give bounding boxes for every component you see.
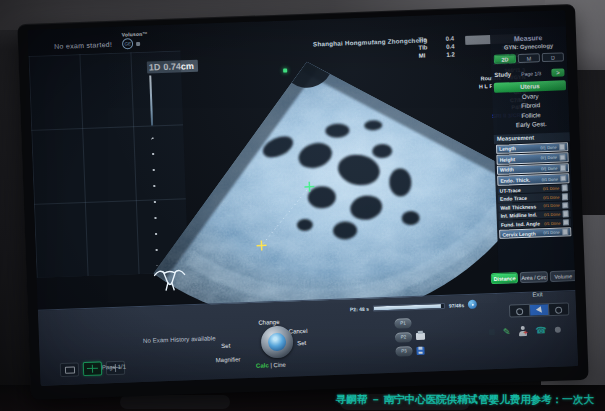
measure-panel: Measure GYN: Gynecology 2DMD Study Page … [490, 26, 577, 341]
cursor-tool-segment[interactable] [530, 304, 550, 316]
measurement-status: 0/1 Done [544, 212, 560, 218]
measurement-label: Fund. Ind. Angle [501, 220, 540, 227]
cine-label: | Cine [269, 362, 286, 369]
panel-title: Measure [490, 26, 566, 43]
measurement-label: UT-Trace [500, 187, 521, 194]
measurement-status: 0/1 Done [544, 220, 560, 226]
ultrasound-screen: No exam started! Voluson™ GE 1D 0.74cm S… [28, 10, 579, 385]
trackball-magnifier-label[interactable]: Magnifier [216, 356, 241, 363]
trackball-help-widget: Change Cancel Set Set Magnifier Calc | C… [220, 303, 328, 377]
ultrasound-monitor: No exam started! Voluson™ GE 1D 0.74cm S… [17, 4, 588, 400]
circle-icon [555, 307, 562, 314]
measurement-status: 0/1 Done [541, 166, 557, 172]
measurement-label: Height [499, 156, 515, 163]
measurement-label: Width [500, 167, 514, 174]
cine-counter-value: 97/48s [449, 302, 465, 309]
study-list: UterusOvaryFibroidFollicleEarly Gest. [492, 80, 570, 130]
tab-d[interactable]: D [542, 52, 564, 62]
measurement-label: Endo Trace [500, 195, 527, 202]
tab-2d[interactable]: 2D [494, 54, 516, 64]
trackball-change-label[interactable]: Change [258, 319, 279, 326]
distance-button[interactable]: Distance [491, 272, 519, 284]
study-page-indicator: Page 1/3 [511, 69, 552, 76]
uterus-body-marker-icon [152, 265, 187, 292]
measurement-checkbox[interactable] [562, 202, 569, 209]
measurement-checkbox[interactable] [562, 210, 569, 217]
measurement-label: Endo. Thick. [500, 177, 530, 184]
no-exam-status: No exam started! [54, 41, 112, 50]
measurement-status: 0/1 Done [543, 203, 559, 209]
ring-tool-segment[interactable] [510, 305, 530, 317]
pkey-p3[interactable]: P3 [395, 346, 412, 357]
quad-view-icon[interactable] [83, 361, 103, 376]
measurement-list: Length0/1 DoneHeight0/1 DoneWidth0/1 Don… [494, 142, 573, 240]
measurement-status: 0/1 Done [541, 155, 557, 161]
cine-play-button[interactable] [468, 300, 477, 309]
pkey-row: P2 [395, 331, 425, 343]
measurement-checkbox[interactable] [561, 185, 568, 192]
exit-button[interactable]: Exit [499, 289, 575, 299]
measurement-checkbox[interactable] [559, 154, 566, 161]
volume-button[interactable]: Volume [549, 270, 577, 282]
measurement-label: Int. Midline Ind. [501, 212, 538, 219]
cine-time-label: P2: 48 s [350, 305, 369, 312]
video-caption: 寻嗣帮 － 南宁中心医院供精试管婴儿费用参考：一次大 [336, 393, 594, 407]
trackball-set-right-label[interactable]: Set [297, 340, 306, 346]
pkey-row: P3 [395, 345, 425, 357]
measurement-status: 0/1 Done [543, 230, 559, 236]
cine-progress-track[interactable] [373, 302, 445, 311]
measurement-label: Cervix Length [502, 230, 536, 237]
measurement-status: 0/1 Done [540, 144, 556, 150]
pkeys: P1P2P3 [394, 317, 425, 357]
tool-chip-icon [489, 329, 495, 335]
measurement-label: Length [499, 145, 516, 152]
measurement-checkbox[interactable] [562, 219, 569, 226]
trackball-set-left-label[interactable]: Set [221, 343, 230, 349]
save-icon [416, 346, 424, 354]
measurement-checkbox[interactable] [561, 193, 568, 200]
measurement-checkbox[interactable] [559, 143, 566, 150]
pkey-row: P1 [394, 317, 424, 329]
pkey-p2[interactable]: P2 [395, 332, 412, 343]
photo-of-ultrasound-monitor: No exam started! Voluson™ GE 1D 0.74cm S… [0, 0, 605, 411]
pkey-p1[interactable]: P1 [394, 318, 411, 329]
measurement-status: 0/1 Done [543, 194, 559, 200]
area-circ-button[interactable]: Area / Circ [520, 271, 548, 283]
measurement-checkbox[interactable] [559, 165, 566, 172]
clipboard-page-indicator: Page 1/1 [102, 364, 126, 371]
study-label: Study [494, 71, 511, 78]
calc-label: Calc [256, 362, 269, 368]
trackball-icon[interactable] [261, 325, 294, 358]
keyboard-silhouette [120, 395, 230, 409]
trackball-cancel-label[interactable]: Cancel [289, 328, 308, 335]
pointer-mode-segmented-control [509, 302, 569, 317]
cursor-icon [536, 306, 544, 314]
tab-m[interactable]: M [518, 53, 540, 63]
trackball-calc-cine-label[interactable]: Calc | Cine [256, 362, 286, 369]
measurement-label: Wall Thickness [500, 203, 536, 210]
measurement-status: 0/1 Done [543, 186, 559, 192]
cine-progress-fill [374, 304, 441, 310]
measurement-status: 0/1 Done [542, 176, 558, 182]
probe-orientation-marker-icon [283, 68, 287, 72]
circle-tool-segment[interactable] [549, 303, 568, 315]
printer-icon [416, 333, 425, 340]
single-view-icon[interactable] [60, 362, 80, 377]
measurement-checkbox[interactable] [562, 229, 569, 236]
measurement-checkbox[interactable] [560, 175, 567, 182]
ring-icon [516, 308, 523, 315]
study-next-page-button[interactable]: > [551, 68, 564, 76]
voluson-logo-text: Voluson™ [122, 31, 148, 38]
